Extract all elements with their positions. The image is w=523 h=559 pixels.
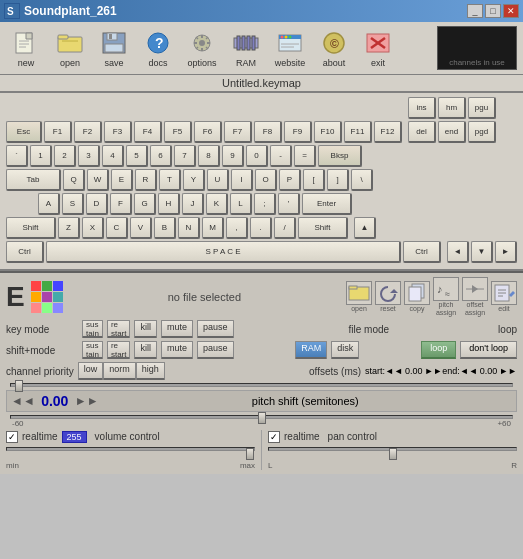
key-x[interactable]: X [82, 217, 104, 239]
priority-low-btn[interactable]: low [78, 362, 104, 380]
key-e[interactable]: E [111, 169, 133, 191]
pitch-slider-track[interactable] [10, 415, 513, 419]
key-end[interactable]: end [438, 121, 466, 143]
key-w[interactable]: W [87, 169, 109, 191]
track-edit-btn[interactable]: edit [491, 281, 517, 312]
offsets-slider-thumb[interactable] [15, 380, 23, 392]
pitch-slider-thumb[interactable] [258, 412, 266, 424]
key-right[interactable]: ► [495, 241, 517, 263]
toolbar-ram[interactable]: RAM [226, 27, 266, 70]
volume-slider-thumb[interactable] [246, 448, 254, 460]
key-f7[interactable]: F7 [224, 121, 252, 143]
key-f3[interactable]: F3 [104, 121, 132, 143]
key-f1[interactable]: F1 [44, 121, 72, 143]
offsets-slider-track[interactable] [10, 383, 513, 387]
key-ins[interactable]: ins [408, 97, 436, 119]
pan-slider-track[interactable] [268, 447, 517, 451]
loop-btn[interactable]: loop [421, 341, 456, 359]
toolbar-open[interactable]: open [50, 27, 90, 70]
track-open-btn[interactable]: open [346, 281, 372, 312]
key-2[interactable]: 2 [54, 145, 76, 167]
key-p[interactable]: P [279, 169, 301, 191]
key-del[interactable]: del [408, 121, 436, 143]
key-backtick[interactable]: ` [6, 145, 28, 167]
key-1[interactable]: 1 [30, 145, 52, 167]
track-pitch-assign-btn[interactable]: ♪ ≈ pitch assign [433, 277, 459, 316]
key-y[interactable]: Y [183, 169, 205, 191]
key-f8[interactable]: F8 [254, 121, 282, 143]
key-g[interactable]: G [134, 193, 156, 215]
pan-realtime-checkbox[interactable]: ✓ [268, 431, 280, 443]
key-up[interactable]: ▲ [354, 217, 376, 239]
key-7[interactable]: 7 [174, 145, 196, 167]
key-esc[interactable]: Esc [6, 121, 42, 143]
key-f2[interactable]: F2 [74, 121, 102, 143]
key-pause-btn[interactable]: pause [197, 320, 234, 338]
key-f10[interactable]: F10 [314, 121, 342, 143]
dont-loop-btn[interactable]: don't loop [460, 341, 517, 359]
key-t[interactable]: T [159, 169, 181, 191]
key-f[interactable]: F [110, 193, 132, 215]
key-j[interactable]: J [182, 193, 204, 215]
key-enter[interactable]: Enter [302, 193, 352, 215]
key-pgu[interactable]: pgu [468, 97, 496, 119]
toolbar-new[interactable]: new [6, 27, 46, 70]
key-down[interactable]: ▼ [471, 241, 493, 263]
key-u[interactable]: U [207, 169, 229, 191]
key-l[interactable]: L [230, 193, 252, 215]
file-disk-btn[interactable]: disk [331, 341, 359, 359]
toolbar-docs[interactable]: ? docs [138, 27, 178, 70]
key-a[interactable]: A [38, 193, 60, 215]
key-f6[interactable]: F6 [194, 121, 222, 143]
shift-mute-btn[interactable]: mute [161, 341, 193, 359]
pan-slider-thumb[interactable] [389, 448, 397, 460]
key-b[interactable]: B [154, 217, 176, 239]
key-8[interactable]: 8 [198, 145, 220, 167]
key-semicolon[interactable]: ; [254, 193, 276, 215]
key-rbracket[interactable]: ] [327, 169, 349, 191]
key-h[interactable]: H [158, 193, 180, 215]
volume-value[interactable]: 255 [62, 431, 87, 443]
volume-slider-track[interactable] [6, 447, 255, 451]
key-s[interactable]: S [62, 193, 84, 215]
key-equals[interactable]: = [294, 145, 316, 167]
key-m[interactable]: M [202, 217, 224, 239]
shift-restart-btn[interactable]: re start [107, 341, 131, 359]
key-left[interactable]: ◄ [447, 241, 469, 263]
key-r[interactable]: R [135, 169, 157, 191]
key-backspace[interactable]: Bksp [318, 145, 362, 167]
priority-norm-btn[interactable]: norm [103, 362, 136, 380]
key-k[interactable]: K [206, 193, 228, 215]
track-offset-assign-btn[interactable]: offset assign [462, 277, 488, 316]
key-slash[interactable]: / [274, 217, 296, 239]
key-f9[interactable]: F9 [284, 121, 312, 143]
key-tab[interactable]: Tab [6, 169, 61, 191]
key-n[interactable]: N [178, 217, 200, 239]
minimize-button[interactable]: _ [467, 4, 483, 18]
track-color-grid[interactable] [31, 281, 63, 313]
toolbar-save[interactable]: save [94, 27, 134, 70]
key-z[interactable]: Z [58, 217, 80, 239]
key-restart-btn[interactable]: re start [107, 320, 131, 338]
priority-high-btn[interactable]: high [136, 362, 165, 380]
key-f11[interactable]: F11 [344, 121, 372, 143]
key-c[interactable]: C [106, 217, 128, 239]
key-v[interactable]: V [130, 217, 152, 239]
key-space[interactable]: S P A C E [46, 241, 401, 263]
shift-pause-btn[interactable]: pause [197, 341, 234, 359]
track-reset-btn[interactable]: reset [375, 281, 401, 312]
key-lshift[interactable]: Shift [6, 217, 56, 239]
toolbar-options[interactable]: options [182, 27, 222, 70]
key-q[interactable]: Q [63, 169, 85, 191]
maximize-button[interactable]: □ [485, 4, 501, 18]
key-minus[interactable]: - [270, 145, 292, 167]
key-4[interactable]: 4 [102, 145, 124, 167]
volume-realtime-checkbox[interactable]: ✓ [6, 431, 18, 443]
key-0[interactable]: 0 [246, 145, 268, 167]
key-f4[interactable]: F4 [134, 121, 162, 143]
key-lctrl[interactable]: Ctrl [6, 241, 44, 263]
track-copy-btn[interactable]: copy [404, 281, 430, 312]
key-comma[interactable]: , [226, 217, 248, 239]
key-f5[interactable]: F5 [164, 121, 192, 143]
key-d[interactable]: D [86, 193, 108, 215]
